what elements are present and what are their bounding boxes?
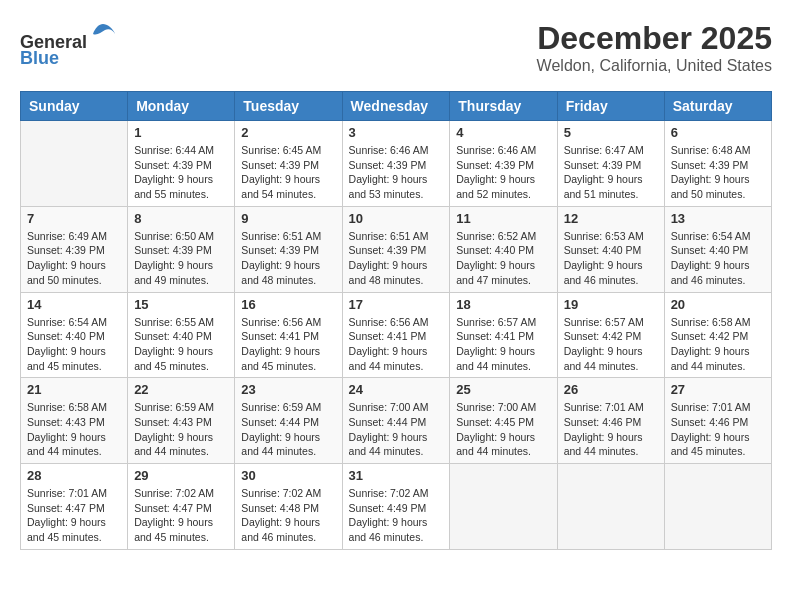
day-info: Sunrise: 6:57 AM Sunset: 4:42 PM Dayligh…	[564, 315, 658, 374]
day-number: 11	[456, 211, 550, 226]
day-info: Sunrise: 6:59 AM Sunset: 4:43 PM Dayligh…	[134, 400, 228, 459]
day-number: 23	[241, 382, 335, 397]
day-info: Sunrise: 7:01 AM Sunset: 4:46 PM Dayligh…	[671, 400, 765, 459]
calendar-header-sunday: Sunday	[21, 92, 128, 121]
subtitle: Weldon, California, United States	[537, 57, 772, 75]
calendar-cell: 25Sunrise: 7:00 AM Sunset: 4:45 PM Dayli…	[450, 378, 557, 464]
calendar-header-thursday: Thursday	[450, 92, 557, 121]
calendar-cell: 3Sunrise: 6:46 AM Sunset: 4:39 PM Daylig…	[342, 121, 450, 207]
calendar-cell: 14Sunrise: 6:54 AM Sunset: 4:40 PM Dayli…	[21, 292, 128, 378]
calendar-cell: 2Sunrise: 6:45 AM Sunset: 4:39 PM Daylig…	[235, 121, 342, 207]
main-title: December 2025	[537, 20, 772, 57]
day-number: 3	[349, 125, 444, 140]
day-number: 16	[241, 297, 335, 312]
calendar-cell: 4Sunrise: 6:46 AM Sunset: 4:39 PM Daylig…	[450, 121, 557, 207]
day-info: Sunrise: 6:58 AM Sunset: 4:43 PM Dayligh…	[27, 400, 121, 459]
day-number: 29	[134, 468, 228, 483]
calendar-week-row: 21Sunrise: 6:58 AM Sunset: 4:43 PM Dayli…	[21, 378, 772, 464]
day-number: 13	[671, 211, 765, 226]
day-info: Sunrise: 6:56 AM Sunset: 4:41 PM Dayligh…	[241, 315, 335, 374]
calendar-header-monday: Monday	[128, 92, 235, 121]
day-info: Sunrise: 6:44 AM Sunset: 4:39 PM Dayligh…	[134, 143, 228, 202]
calendar-week-row: 14Sunrise: 6:54 AM Sunset: 4:40 PM Dayli…	[21, 292, 772, 378]
day-info: Sunrise: 6:53 AM Sunset: 4:40 PM Dayligh…	[564, 229, 658, 288]
calendar-cell: 18Sunrise: 6:57 AM Sunset: 4:41 PM Dayli…	[450, 292, 557, 378]
calendar-cell: 13Sunrise: 6:54 AM Sunset: 4:40 PM Dayli…	[664, 206, 771, 292]
logo-wave-icon	[89, 20, 117, 48]
calendar-cell: 7Sunrise: 6:49 AM Sunset: 4:39 PM Daylig…	[21, 206, 128, 292]
day-info: Sunrise: 6:45 AM Sunset: 4:39 PM Dayligh…	[241, 143, 335, 202]
day-number: 17	[349, 297, 444, 312]
day-number: 25	[456, 382, 550, 397]
logo: General Blue	[20, 20, 117, 69]
day-info: Sunrise: 6:54 AM Sunset: 4:40 PM Dayligh…	[671, 229, 765, 288]
calendar-table: SundayMondayTuesdayWednesdayThursdayFrid…	[20, 91, 772, 550]
day-info: Sunrise: 6:57 AM Sunset: 4:41 PM Dayligh…	[456, 315, 550, 374]
calendar-cell: 8Sunrise: 6:50 AM Sunset: 4:39 PM Daylig…	[128, 206, 235, 292]
calendar-cell: 12Sunrise: 6:53 AM Sunset: 4:40 PM Dayli…	[557, 206, 664, 292]
calendar-header-wednesday: Wednesday	[342, 92, 450, 121]
day-number: 12	[564, 211, 658, 226]
title-block: December 2025 Weldon, California, United…	[537, 20, 772, 75]
calendar-header-friday: Friday	[557, 92, 664, 121]
day-number: 26	[564, 382, 658, 397]
day-number: 1	[134, 125, 228, 140]
day-number: 21	[27, 382, 121, 397]
calendar-cell: 20Sunrise: 6:58 AM Sunset: 4:42 PM Dayli…	[664, 292, 771, 378]
calendar-cell: 17Sunrise: 6:56 AM Sunset: 4:41 PM Dayli…	[342, 292, 450, 378]
calendar-cell: 21Sunrise: 6:58 AM Sunset: 4:43 PM Dayli…	[21, 378, 128, 464]
day-number: 18	[456, 297, 550, 312]
calendar-header-tuesday: Tuesday	[235, 92, 342, 121]
calendar-cell: 26Sunrise: 7:01 AM Sunset: 4:46 PM Dayli…	[557, 378, 664, 464]
day-number: 9	[241, 211, 335, 226]
day-number: 4	[456, 125, 550, 140]
day-number: 27	[671, 382, 765, 397]
calendar-header-saturday: Saturday	[664, 92, 771, 121]
day-number: 5	[564, 125, 658, 140]
day-info: Sunrise: 6:52 AM Sunset: 4:40 PM Dayligh…	[456, 229, 550, 288]
day-info: Sunrise: 7:02 AM Sunset: 4:47 PM Dayligh…	[134, 486, 228, 545]
day-info: Sunrise: 6:55 AM Sunset: 4:40 PM Dayligh…	[134, 315, 228, 374]
day-info: Sunrise: 6:47 AM Sunset: 4:39 PM Dayligh…	[564, 143, 658, 202]
day-number: 10	[349, 211, 444, 226]
day-number: 8	[134, 211, 228, 226]
calendar-cell: 30Sunrise: 7:02 AM Sunset: 4:48 PM Dayli…	[235, 464, 342, 550]
day-info: Sunrise: 6:58 AM Sunset: 4:42 PM Dayligh…	[671, 315, 765, 374]
day-number: 6	[671, 125, 765, 140]
day-info: Sunrise: 6:51 AM Sunset: 4:39 PM Dayligh…	[349, 229, 444, 288]
day-info: Sunrise: 6:46 AM Sunset: 4:39 PM Dayligh…	[456, 143, 550, 202]
calendar-cell: 29Sunrise: 7:02 AM Sunset: 4:47 PM Dayli…	[128, 464, 235, 550]
day-info: Sunrise: 6:59 AM Sunset: 4:44 PM Dayligh…	[241, 400, 335, 459]
day-number: 2	[241, 125, 335, 140]
day-info: Sunrise: 6:49 AM Sunset: 4:39 PM Dayligh…	[27, 229, 121, 288]
calendar-week-row: 7Sunrise: 6:49 AM Sunset: 4:39 PM Daylig…	[21, 206, 772, 292]
calendar-cell	[21, 121, 128, 207]
day-info: Sunrise: 7:02 AM Sunset: 4:48 PM Dayligh…	[241, 486, 335, 545]
calendar-header-row: SundayMondayTuesdayWednesdayThursdayFrid…	[21, 92, 772, 121]
calendar-cell: 9Sunrise: 6:51 AM Sunset: 4:39 PM Daylig…	[235, 206, 342, 292]
calendar-cell: 1Sunrise: 6:44 AM Sunset: 4:39 PM Daylig…	[128, 121, 235, 207]
calendar-cell: 11Sunrise: 6:52 AM Sunset: 4:40 PM Dayli…	[450, 206, 557, 292]
calendar-cell: 23Sunrise: 6:59 AM Sunset: 4:44 PM Dayli…	[235, 378, 342, 464]
calendar-cell: 28Sunrise: 7:01 AM Sunset: 4:47 PM Dayli…	[21, 464, 128, 550]
day-number: 15	[134, 297, 228, 312]
day-info: Sunrise: 7:00 AM Sunset: 4:44 PM Dayligh…	[349, 400, 444, 459]
day-info: Sunrise: 6:46 AM Sunset: 4:39 PM Dayligh…	[349, 143, 444, 202]
calendar-cell: 15Sunrise: 6:55 AM Sunset: 4:40 PM Dayli…	[128, 292, 235, 378]
day-number: 19	[564, 297, 658, 312]
day-info: Sunrise: 7:01 AM Sunset: 4:47 PM Dayligh…	[27, 486, 121, 545]
day-info: Sunrise: 6:51 AM Sunset: 4:39 PM Dayligh…	[241, 229, 335, 288]
day-number: 31	[349, 468, 444, 483]
calendar-cell: 31Sunrise: 7:02 AM Sunset: 4:49 PM Dayli…	[342, 464, 450, 550]
day-info: Sunrise: 6:50 AM Sunset: 4:39 PM Dayligh…	[134, 229, 228, 288]
calendar-cell: 27Sunrise: 7:01 AM Sunset: 4:46 PM Dayli…	[664, 378, 771, 464]
calendar-cell: 10Sunrise: 6:51 AM Sunset: 4:39 PM Dayli…	[342, 206, 450, 292]
page-header: General Blue December 2025 Weldon, Calif…	[20, 20, 772, 75]
calendar-week-row: 28Sunrise: 7:01 AM Sunset: 4:47 PM Dayli…	[21, 464, 772, 550]
calendar-cell: 16Sunrise: 6:56 AM Sunset: 4:41 PM Dayli…	[235, 292, 342, 378]
day-number: 30	[241, 468, 335, 483]
calendar-cell: 24Sunrise: 7:00 AM Sunset: 4:44 PM Dayli…	[342, 378, 450, 464]
calendar-week-row: 1Sunrise: 6:44 AM Sunset: 4:39 PM Daylig…	[21, 121, 772, 207]
day-info: Sunrise: 6:48 AM Sunset: 4:39 PM Dayligh…	[671, 143, 765, 202]
day-number: 28	[27, 468, 121, 483]
